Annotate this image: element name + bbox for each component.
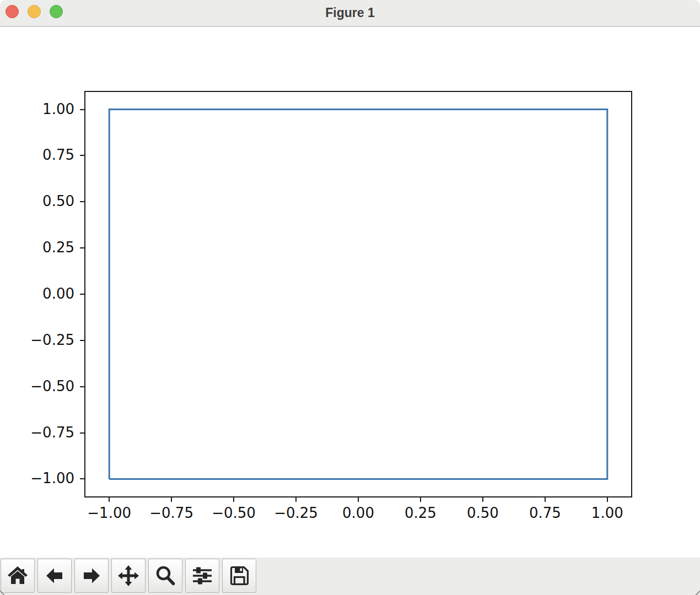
- y-tick-mark: [80, 201, 84, 202]
- y-tick-label: −0.25: [3, 332, 74, 348]
- maximize-button[interactable]: [50, 5, 63, 18]
- axes-frame: [84, 91, 632, 497]
- x-tick-label: 0.50: [467, 505, 499, 521]
- x-tick-mark: [109, 497, 110, 502]
- y-tick-label: 0.75: [3, 147, 74, 163]
- x-tick-label: −0.50: [212, 505, 256, 521]
- minimize-button[interactable]: [28, 5, 41, 18]
- x-tick-mark: [482, 497, 483, 502]
- back-button[interactable]: [37, 559, 72, 593]
- y-tick-mark: [80, 432, 84, 434]
- window-title: Figure 1: [0, 0, 700, 26]
- x-tick-mark: [171, 497, 172, 502]
- forward-button[interactable]: [74, 559, 109, 593]
- y-tick-mark: [80, 155, 84, 156]
- navigation-toolbar: [0, 558, 700, 595]
- x-tick-mark: [233, 497, 234, 502]
- x-tick-mark: [295, 497, 297, 502]
- x-tick-mark: [358, 497, 359, 502]
- y-tick-mark: [80, 478, 84, 479]
- figure-canvas[interactable]: −1.00−0.75−0.50−0.250.000.250.500.751.00…: [0, 27, 700, 558]
- y-tick-label: −1.00: [3, 470, 74, 486]
- y-tick-label: −0.75: [3, 424, 74, 441]
- x-tick-label: −1.00: [87, 505, 131, 521]
- x-tick-label: 1.00: [591, 505, 623, 521]
- x-tick-label: 0.25: [405, 505, 437, 521]
- y-tick-mark: [80, 386, 84, 387]
- back-arrow-icon: [44, 565, 66, 587]
- save-button[interactable]: [222, 559, 256, 593]
- home-button[interactable]: [1, 559, 35, 593]
- y-tick-mark: [80, 340, 84, 341]
- x-tick-label: 0.75: [529, 505, 561, 521]
- y-tick-mark: [80, 109, 84, 110]
- x-tick-mark: [545, 497, 546, 502]
- forward-arrow-icon: [80, 565, 103, 587]
- x-tick-mark: [607, 497, 608, 502]
- y-tick-label: −0.50: [3, 378, 74, 394]
- zoom-button[interactable]: [148, 559, 182, 593]
- zoom-magnifier-icon: [154, 565, 176, 587]
- titlebar: Figure 1: [0, 0, 700, 27]
- configure-subplots-button[interactable]: [185, 559, 219, 593]
- y-tick-label: 0.25: [3, 239, 74, 256]
- y-tick-label: 0.00: [3, 285, 74, 302]
- y-tick-label: 0.50: [3, 193, 74, 209]
- x-tick-label: −0.25: [274, 505, 318, 521]
- resize-grip-right[interactable]: [694, 591, 700, 595]
- sliders-icon: [191, 565, 213, 587]
- floppy-save-icon: [228, 565, 250, 587]
- pan-move-icon: [117, 565, 139, 587]
- x-tick-label: −0.75: [149, 505, 193, 521]
- y-tick-label: 1.00: [3, 101, 74, 117]
- close-button[interactable]: [6, 5, 19, 18]
- home-icon: [7, 565, 29, 587]
- x-tick-label: 0.00: [342, 505, 374, 521]
- x-tick-mark: [420, 497, 421, 502]
- y-tick-mark: [80, 247, 84, 248]
- traffic-lights: [6, 5, 63, 18]
- pan-button[interactable]: [111, 559, 146, 593]
- y-tick-mark: [80, 294, 84, 295]
